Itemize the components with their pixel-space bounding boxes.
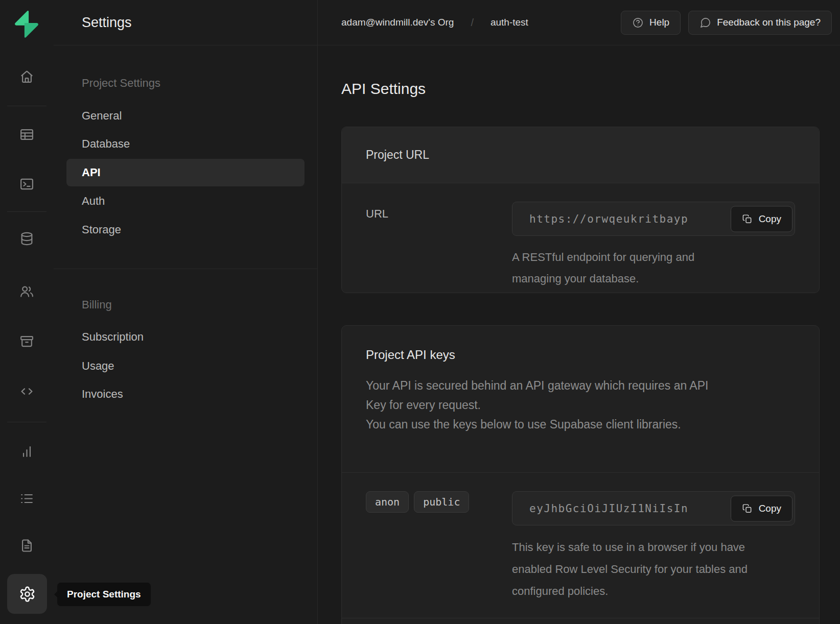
supabase-bolt-icon	[12, 10, 41, 39]
logs-list-icon[interactable]	[15, 487, 38, 510]
copy-icon	[742, 503, 753, 514]
api-keys-card-header: Project API keys Your API is secured beh…	[342, 326, 819, 473]
top-bar: adam@windmill.dev's Org / auth-test Help…	[318, 0, 840, 45]
authentication-users-icon[interactable]	[15, 280, 38, 302]
anon-badge: anon	[366, 491, 409, 513]
sidebar-item-general[interactable]: General	[66, 102, 305, 130]
rail-divider	[7, 422, 46, 422]
sidebar-item-usage[interactable]: Usage	[66, 352, 305, 380]
sidebar-item-database[interactable]: Database	[66, 130, 305, 158]
anon-key-field[interactable]: eyJhbGciOiJIUzI1NiIsIn Copy	[512, 491, 795, 525]
help-circle-icon	[632, 17, 644, 29]
project-url-field[interactable]: https://orwqeukritbayp Copy	[512, 202, 795, 236]
help-button-label: Help	[649, 17, 669, 28]
docs-file-text-icon[interactable]	[15, 534, 38, 557]
copy-url-label: Copy	[759, 213, 781, 225]
reports-bar-chart-icon[interactable]	[15, 440, 38, 463]
breadcrumb-separator: /	[471, 17, 474, 29]
public-badge: public	[414, 491, 469, 513]
project-settings-tooltip: Project Settings	[57, 583, 151, 606]
api-keys-intro: Your API is secured behind an API gatewa…	[366, 376, 724, 434]
project-api-keys-card: Project API keys Your API is secured beh…	[341, 325, 820, 624]
project-url-card: Project URL URL https://orwqeukritbayp C…	[341, 127, 820, 293]
sidebar-title: Settings	[54, 0, 317, 45]
speech-bubble-icon	[699, 17, 711, 29]
breadcrumb-project[interactable]: auth-test	[491, 17, 528, 28]
url-label: URL	[366, 208, 388, 301]
copy-url-button[interactable]: Copy	[731, 206, 792, 232]
copy-anon-key-button[interactable]: Copy	[731, 495, 792, 521]
storage-archive-icon[interactable]	[15, 330, 38, 352]
section-heading-billing: Billing	[66, 291, 305, 319]
rail-divider	[7, 106, 46, 106]
main-content: API Settings Project URL URL https://orw…	[318, 45, 840, 624]
sql-editor-icon[interactable]	[15, 173, 38, 195]
settings-sidebar: Settings Project Settings General Databa…	[54, 0, 318, 624]
url-row: URL https://orwqeukritbayp Copy A RESTfu…	[342, 183, 819, 301]
key-badges: anon public	[366, 491, 469, 618]
feedback-button[interactable]: Feedback on this page?	[688, 11, 832, 35]
edge-functions-code-icon[interactable]	[15, 380, 38, 402]
supabase-logo[interactable]	[12, 10, 41, 39]
sidebar-item-api[interactable]: API	[66, 159, 305, 186]
sidebar-item-subscription[interactable]: Subscription	[66, 323, 305, 351]
table-editor-icon[interactable]	[15, 123, 38, 146]
sidebar-item-invoices[interactable]: Invoices	[66, 380, 305, 408]
page-title: API Settings	[341, 80, 426, 98]
rail-divider	[7, 211, 46, 212]
project-settings-gear-icon[interactable]	[7, 574, 47, 614]
breadcrumb-org[interactable]: adam@windmill.dev's Org	[341, 17, 454, 28]
section-heading-project-settings: Project Settings	[66, 69, 305, 97]
help-button[interactable]: Help	[621, 11, 681, 35]
api-keys-card-title: Project API keys	[366, 326, 795, 363]
anon-key-description: This key is safe to use in a browser if …	[512, 536, 756, 602]
sidebar-divider	[54, 269, 317, 269]
breadcrumb: adam@windmill.dev's Org / auth-test	[341, 17, 528, 29]
copy-anon-key-label: Copy	[759, 503, 781, 514]
project-url-card-title: Project URL	[342, 127, 819, 183]
database-icon[interactable]	[15, 227, 38, 250]
sidebar-item-auth[interactable]: Auth	[66, 187, 305, 215]
copy-icon	[742, 213, 753, 224]
api-keys-intro-line-1: Your API is secured behind an API gatewa…	[366, 376, 724, 415]
icon-rail	[0, 0, 54, 624]
url-description: A RESTful endpoint for querying and mana…	[512, 247, 744, 290]
api-keys-intro-line-2: You can use the keys below to use Supaba…	[366, 415, 724, 434]
home-icon[interactable]	[15, 65, 38, 88]
project-url-value: https://orwqeukritbayp	[512, 213, 688, 225]
feedback-button-label: Feedback on this page?	[717, 17, 821, 28]
sidebar-item-storage[interactable]: Storage	[66, 216, 305, 244]
anon-key-value: eyJhbGciOiJIUzI1NiIsIn	[512, 502, 688, 515]
topbar-actions: Help Feedback on this page?	[621, 11, 832, 35]
anon-key-row: anon public eyJhbGciOiJIUzI1NiIsIn Copy …	[342, 473, 819, 618]
